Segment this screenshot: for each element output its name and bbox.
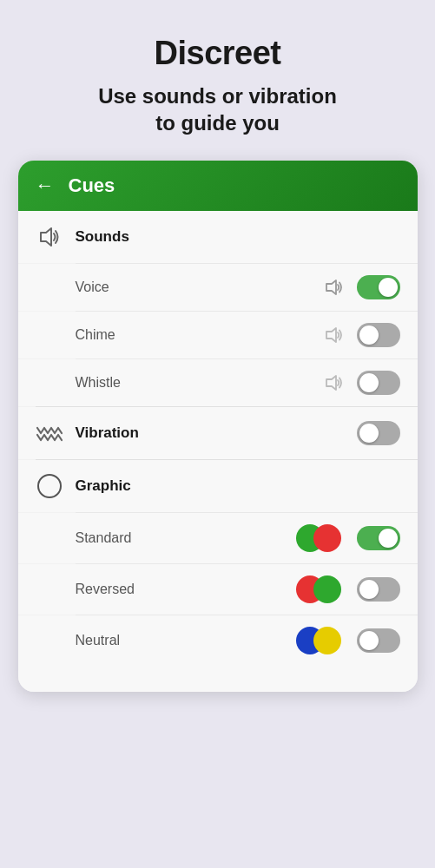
app-card: ← Cues Sounds Voice [18,161,418,692]
graphic-icon [36,472,63,500]
chime-sound-icon [324,325,345,345]
whistle-label: Whistle [76,375,315,391]
vibration-icon [36,419,63,447]
voice-toggle[interactable] [357,275,400,299]
svg-marker-3 [326,376,336,390]
reversed-toggle[interactable] [357,577,400,602]
neutral-label: Neutral [76,633,287,648]
vibration-label: Vibration [76,424,139,442]
sounds-section-header: Sounds [18,211,418,263]
reversed-row: Reversed [18,564,418,615]
subtitle-line1: Use sounds or vibration [98,84,337,108]
neutral-row: Neutral [18,615,418,666]
voice-label: Voice [76,279,315,295]
voice-row: Voice [18,264,418,311]
sounds-icon [36,223,63,251]
voice-sound-icon [324,277,345,298]
sounds-label: Sounds [76,228,400,246]
reversed-circles [296,575,341,603]
subtitle-line2: to guide you [155,111,280,135]
whistle-sound-icon [324,372,345,393]
whistle-row: Whistle [18,359,418,406]
vibration-section: Vibration [18,407,418,459]
page-title: Discreet [155,35,281,72]
standard-circles [296,524,341,552]
back-button[interactable]: ← [36,174,55,197]
chime-toggle[interactable] [357,323,400,347]
chime-label: Chime [76,327,315,343]
card-header: ← Cues [18,161,418,211]
neutral-circles [296,627,341,654]
standard-toggle[interactable] [357,526,400,550]
whistle-toggle[interactable] [357,371,400,395]
svg-marker-2 [326,328,336,342]
page-subtitle: Use sounds or vibration to guide you [98,82,337,136]
vibration-toggle[interactable] [357,421,400,445]
standard-label: Standard [76,530,287,546]
card-body: Sounds Voice Chime [18,211,418,692]
neutral-toggle[interactable] [357,628,400,653]
chime-row: Chime [18,312,418,358]
svg-marker-1 [326,280,336,294]
svg-marker-0 [41,228,51,246]
standard-row: Standard [18,513,418,563]
graphic-section-header: Graphic [18,460,418,512]
graphic-label: Graphic [76,477,400,495]
reversed-label: Reversed [76,582,287,597]
nav-title: Cues [69,174,115,197]
